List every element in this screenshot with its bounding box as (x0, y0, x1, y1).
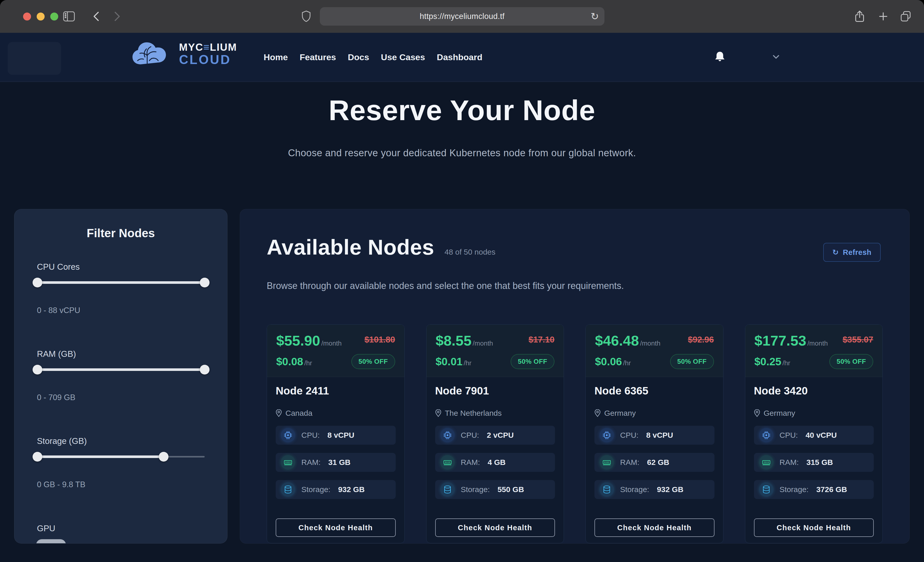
ram-spec-row: RAM: 31 GB (276, 453, 396, 472)
nav-item[interactable]: Use Cases (381, 52, 425, 62)
cpu-label: CPU: (302, 431, 320, 439)
cpu-value: 40 vCPU (806, 431, 837, 439)
nav-item[interactable]: Docs (348, 52, 369, 62)
new-tab-icon[interactable] (876, 10, 890, 23)
ram-value: 31 GB (328, 458, 351, 467)
cpu-spec-row: CPU: 2 vCPU (435, 426, 555, 445)
nav-item[interactable]: Features (300, 52, 336, 62)
check-node-health-button[interactable]: Check Node Health (435, 519, 555, 537)
storage-icon (440, 482, 455, 497)
node-location: The Netherlands (445, 409, 502, 417)
location-pin-icon (754, 410, 760, 417)
node-card[interactable]: $8.55 /month $17.10 $0.01 /hr 50% OFF No… (426, 324, 564, 543)
notifications-bell-icon[interactable] (714, 51, 725, 63)
cpu-icon (440, 428, 455, 442)
card-body: Node 6365 Germany CPU: (586, 377, 723, 543)
card-price-header: $55.90 /month $101.80 $0.08 /hr 50% OFF (267, 324, 404, 377)
page: MYC≡LIUM CLOUD Home Features Docs Use Ca… (0, 33, 924, 562)
slider-handle-max[interactable] (200, 365, 210, 375)
check-node-health-button[interactable]: Check Node Health (276, 519, 396, 537)
ram-icon (600, 455, 614, 469)
per-month-label: /month (807, 339, 828, 347)
storage-spec-row: Storage: 932 GB (594, 480, 714, 499)
node-card-grid: $55.90 /month $101.80 $0.08 /hr 50% OFF … (267, 324, 883, 543)
node-card[interactable]: $177.53 /month $355.07 $0.25 /hr 50% OFF… (745, 324, 883, 543)
sidebar-toggle-icon[interactable] (62, 10, 76, 23)
filter-panel: Filter Nodes CPU Cores 0 - 88 vCPU RAM (… (14, 209, 228, 544)
storage-icon (600, 482, 614, 497)
nav-item[interactable]: Home (264, 52, 288, 62)
refresh-icon: ↻ (832, 249, 839, 256)
filter-label: RAM (GB) (37, 349, 76, 359)
share-icon[interactable] (853, 10, 866, 23)
ram-spec-row: RAM: 62 GB (594, 453, 714, 472)
reload-icon[interactable]: ↻ (591, 7, 599, 25)
url-bar[interactable]: https://myceliumcloud.tf ↻ (320, 7, 604, 25)
storage-spec-row: Storage: 3726 GB (754, 480, 874, 499)
cpu-value: 2 vCPU (487, 431, 514, 439)
browser-window: https://myceliumcloud.tf ↻ (0, 0, 924, 562)
location-pin-icon (276, 410, 282, 417)
location-pin-icon (594, 410, 601, 417)
ram-value: 4 GB (488, 458, 506, 467)
filter-label: Storage (GB) (37, 436, 87, 446)
slider-handle-min[interactable] (33, 365, 42, 375)
navbar-placeholder-box (8, 42, 61, 75)
range-slider[interactable] (38, 452, 205, 462)
filter-label: CPU Cores (37, 262, 80, 272)
node-location: Germany (764, 409, 795, 417)
card-body: Node 7901 The Netherlands CPU (426, 377, 564, 543)
discount-badge: 50% OFF (351, 354, 395, 369)
card-price-header: $8.55 /month $17.10 $0.01 /hr 50% OFF (426, 324, 564, 377)
range-slider[interactable] (38, 365, 205, 375)
price-per-month: $46.48 (595, 332, 639, 348)
shield-icon[interactable] (300, 10, 313, 23)
storage-label: Storage: (461, 485, 490, 494)
page-title: Reserve Your Node (0, 94, 924, 127)
storage-spec-row: Storage: 550 GB (435, 480, 555, 499)
cpu-spec-row: CPU: 8 vCPU (276, 426, 396, 445)
original-price: $92.96 (688, 335, 714, 345)
back-icon[interactable] (89, 10, 103, 23)
original-price: $17.10 (528, 335, 555, 345)
node-location: Canada (285, 409, 312, 417)
slider-handle-min[interactable] (33, 452, 42, 462)
ram-label: RAM: (461, 458, 480, 467)
nav-item[interactable]: Dashboard (437, 52, 482, 62)
account-chevron-down-icon[interactable] (772, 54, 780, 60)
check-node-health-button[interactable]: Check Node Health (594, 519, 714, 537)
zoom-window-button[interactable] (50, 13, 58, 21)
gpu-toggle[interactable] (36, 539, 66, 544)
range-slider[interactable] (38, 278, 205, 287)
price-per-hour: $0.25 (754, 356, 782, 368)
original-price: $355.07 (843, 335, 873, 345)
per-hour-label: /hr (464, 359, 471, 367)
browser-chrome: https://myceliumcloud.tf ↻ (0, 0, 924, 33)
close-window-button[interactable] (23, 13, 31, 21)
node-card[interactable]: $46.48 /month $92.96 $0.06 /hr 50% OFF N… (585, 324, 723, 543)
per-month-label: /month (472, 339, 493, 347)
storage-spec-row: Storage: 932 GB (276, 480, 396, 499)
ram-icon (440, 455, 455, 469)
storage-value: 932 GB (338, 485, 364, 494)
ram-value: 315 GB (807, 458, 833, 467)
location-pin-icon (435, 410, 441, 417)
storage-label: Storage: (302, 485, 330, 494)
refresh-button[interactable]: ↻ Refresh (823, 243, 880, 262)
slider-handle-max[interactable] (159, 452, 168, 462)
slider-handle-max[interactable] (200, 278, 210, 287)
price-per-hour: $0.01 (436, 356, 463, 368)
tabs-overview-icon[interactable] (899, 10, 912, 23)
minimize-window-button[interactable] (37, 13, 45, 21)
card-body: Node 2411 Canada CPU: (267, 377, 404, 543)
forward-icon[interactable] (111, 10, 124, 23)
cpu-icon (281, 428, 295, 442)
brand-logo[interactable]: MYC≡LIUM CLOUD (130, 39, 237, 70)
node-card[interactable]: $55.90 /month $101.80 $0.08 /hr 50% OFF … (267, 324, 405, 543)
slider-handle-min[interactable] (33, 278, 42, 287)
check-node-health-button[interactable]: Check Node Health (754, 519, 874, 537)
per-hour-label: /hr (623, 359, 631, 367)
discount-badge: 50% OFF (670, 354, 714, 369)
cpu-label: CPU: (780, 431, 798, 439)
slider-active-track (38, 456, 164, 458)
